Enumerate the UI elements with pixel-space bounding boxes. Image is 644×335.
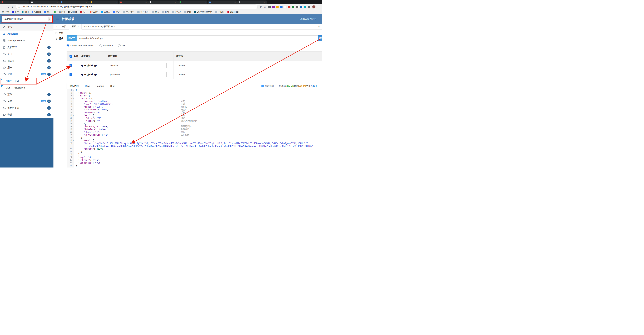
tab-close-icon[interactable]: × xyxy=(205,1,206,3)
hamburger-icon[interactable] xyxy=(56,18,59,20)
sidebar-item[interactable]: 资源6 xyxy=(0,111,54,118)
extension-icon[interactable] xyxy=(296,6,298,8)
bookmark-item[interactable]: 学习资料 xyxy=(123,10,134,14)
content-type-radio[interactable]: x-www-form-urlencoded xyxy=(66,44,94,47)
tab-close-icon[interactable]: × xyxy=(116,1,117,3)
sidebar-item[interactable]: 角色的资源1 xyxy=(0,104,54,111)
extension-icon[interactable] xyxy=(268,6,270,8)
tab-close-icon[interactable]: × xyxy=(86,1,87,3)
main-tab[interactable]: 主页 xyxy=(59,24,69,29)
address-bar[interactable]: ⓘ 127.0.0.1:8760/api/gate/doc.html#/auth… xyxy=(16,4,258,9)
bookmark-item[interactable]: 笔记 xyxy=(113,10,120,14)
extension-icon[interactable] xyxy=(300,6,302,8)
bookmark-item[interactable]: 什么都有 xyxy=(137,10,149,14)
bookmark-item[interactable]: ⊞应用 xyxy=(2,10,9,14)
extension-icon[interactable] xyxy=(280,6,282,8)
row-checkbox[interactable]: ✓ xyxy=(70,73,72,76)
sidebar-endpoint-get[interactable]: GET验证token xyxy=(0,84,54,91)
param-value-input[interactable]: zuihou xyxy=(176,72,320,77)
browser-tab[interactable]: × xyxy=(148,0,178,4)
bookmark-item[interactable]: 微信 xyxy=(152,10,159,14)
extension-icon[interactable] xyxy=(288,6,290,8)
profile-avatar[interactable] xyxy=(312,5,316,8)
tab-close-icon[interactable]: × xyxy=(27,1,28,3)
bookmark-item[interactable]: Google xyxy=(32,11,41,13)
expand-icon[interactable] xyxy=(319,85,321,87)
content-type-radio[interactable]: raw xyxy=(118,44,126,47)
browser-tab[interactable]: × xyxy=(89,0,119,4)
sidebar-item[interactable]: 服务表6 xyxy=(0,58,54,64)
module-select[interactable]: authority-权限模块 ▲▼ xyxy=(2,16,52,22)
row-checkbox[interactable]: ✓ xyxy=(70,64,72,67)
tab-close-icon[interactable]: × xyxy=(146,1,146,3)
translate-icon[interactable]: 文 xyxy=(260,6,262,8)
extension-icon[interactable] xyxy=(272,6,274,8)
rail-tab[interactable]: 调试 xyxy=(55,37,64,40)
bookmark-item[interactable]: ES搜索引擎文档 xyxy=(194,10,212,14)
param-name-input[interactable]: password xyxy=(108,72,166,77)
bookmark-item[interactable]: 百度云 xyxy=(101,10,110,14)
fold-marker-icon[interactable]: ▾ xyxy=(73,139,74,142)
browser-tab[interactable]: × xyxy=(119,0,148,4)
tab-close-icon[interactable]: × xyxy=(56,1,58,3)
sidebar-item[interactable]: 登录NEW2 xyxy=(0,71,54,78)
browser-tab[interactable]: × xyxy=(30,0,59,4)
main-tab[interactable]: Authorize-authority-权限模块× xyxy=(82,24,118,29)
collapse-sidebar-icon[interactable]: « xyxy=(54,24,59,29)
tab-overflow-icon[interactable]: » xyxy=(316,24,322,29)
bookmark-item[interactable]: 1024Tools xyxy=(227,11,240,13)
bookmark-item[interactable]: 小目标 xyxy=(215,10,224,14)
sidebar-item[interactable]: 菜单7 xyxy=(0,91,54,98)
param-name-input[interactable]: account xyxy=(108,62,166,68)
bookmark-item[interactable]: 已导入 xyxy=(172,10,181,14)
browser-menu-icon[interactable]: ⋮ xyxy=(318,6,320,8)
browser-tab[interactable]: × xyxy=(59,0,89,4)
back-icon[interactable]: ← xyxy=(2,6,5,8)
fold-marker-icon[interactable]: ▾ xyxy=(73,97,74,100)
tab-close-icon[interactable]: × xyxy=(78,25,79,28)
bookmark-item[interactable]: 公司 xyxy=(162,10,169,14)
bookmark-item[interactable]: 百度 xyxy=(12,10,19,14)
extension-icon[interactable] xyxy=(276,6,278,8)
bookmark-item[interactable]: CSDN xyxy=(90,11,98,13)
response-tab[interactable]: 响应内容 xyxy=(66,83,82,89)
content-type-radio[interactable]: form-data xyxy=(99,44,113,47)
bookmark-item[interactable]: Bing xyxy=(22,11,29,13)
sidebar-item[interactable]: Authorize xyxy=(0,30,54,37)
info-icon[interactable]: ⓘ xyxy=(18,5,20,8)
tab-close-icon[interactable]: × xyxy=(234,1,236,3)
bookmark-item[interactable]: 翻译 xyxy=(44,10,51,14)
bookmark-item[interactable]: mac xyxy=(184,11,191,13)
tab-close-icon[interactable]: × xyxy=(114,25,115,28)
request-path-input[interactable]: /api/authority/anno/login xyxy=(76,35,318,41)
tab-close-icon[interactable]: × xyxy=(264,1,265,3)
response-tab[interactable]: Curl xyxy=(107,83,118,89)
main-tab[interactable]: 登录× xyxy=(69,24,82,30)
browser-tab[interactable]: × xyxy=(237,0,267,4)
fold-marker-icon[interactable]: ▾ xyxy=(73,94,74,97)
bookmark-item[interactable]: 开源中国 xyxy=(54,10,65,14)
bookmark-item[interactable]: GitHub xyxy=(68,11,77,13)
send-button[interactable]: 发送 xyxy=(318,35,322,41)
fold-marker-icon[interactable]: ▾ xyxy=(73,114,74,117)
header-search-input[interactable]: 请输入搜索内容 xyxy=(300,18,320,20)
bookmark-star-icon[interactable]: ☆ xyxy=(264,6,266,8)
bookmark-item[interactable]: 码云 xyxy=(80,10,87,14)
extension-icon[interactable] xyxy=(304,6,306,8)
response-tab[interactable]: Headers xyxy=(92,83,107,89)
browser-tab[interactable]: × xyxy=(0,0,30,4)
sidebar-item[interactable]: 角色NEW8 xyxy=(0,98,54,104)
extension-icon[interactable] xyxy=(292,6,294,8)
sidebar-item[interactable]: 主页 xyxy=(0,24,54,30)
show-desc-checkbox[interactable]: ✓ xyxy=(262,85,264,87)
extension-icon[interactable] xyxy=(284,6,286,8)
sidebar-item[interactable]: 文档管理3 xyxy=(0,44,54,51)
browser-tab[interactable]: × xyxy=(208,0,237,4)
fold-marker-icon[interactable]: ▾ xyxy=(73,89,74,92)
reload-icon[interactable]: ↻ xyxy=(12,6,14,8)
tab-close-icon[interactable]: × xyxy=(175,1,176,3)
sidebar-item[interactable]: Swagger Models xyxy=(0,37,54,44)
forward-icon[interactable]: → xyxy=(7,6,9,8)
param-value-input[interactable]: zuihou xyxy=(176,62,320,68)
select-all-checkbox[interactable]: ✓ xyxy=(70,55,72,58)
